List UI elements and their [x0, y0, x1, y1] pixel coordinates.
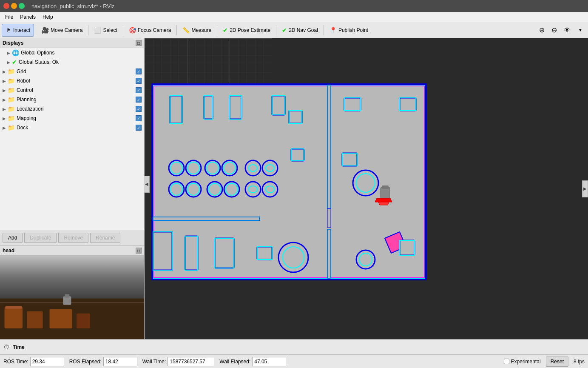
- menu-panels[interactable]: Panels: [17, 13, 39, 21]
- svg-rect-61: [153, 232, 172, 270]
- duplicate-button[interactable]: Duplicate: [24, 233, 57, 243]
- interact-label: Interact: [13, 27, 30, 33]
- svg-rect-63: [185, 236, 198, 270]
- zoom-out-button[interactable]: ⊖: [548, 24, 560, 37]
- wall-elapsed-input[interactable]: [252, 357, 286, 366]
- folder-icon-dock: 📁: [8, 124, 15, 131]
- view-button[interactable]: 👁: [561, 24, 574, 37]
- tree-item-planning[interactable]: ▶ 📁 Planning ✓: [0, 95, 144, 104]
- menu-help[interactable]: Help: [39, 13, 57, 21]
- wall-time-input[interactable]: [168, 357, 214, 366]
- svg-point-37: [245, 160, 261, 176]
- menu-file[interactable]: File: [2, 13, 17, 21]
- displays-buttons: Add Duplicate Remove Rename: [0, 230, 144, 245]
- svg-rect-80: [289, 111, 302, 123]
- svg-rect-53: [344, 98, 361, 111]
- tree-item-grid[interactable]: ▶ 📁 Grid ✓: [0, 67, 144, 76]
- move-camera-tool[interactable]: 🎥 Move Camera: [38, 24, 86, 37]
- svg-rect-27: [272, 96, 285, 115]
- focus-camera-tool[interactable]: 🎯 Focus Camera: [125, 24, 175, 37]
- svg-point-47: [224, 182, 239, 197]
- planning-checkbox[interactable]: ✓: [136, 97, 142, 103]
- robot-checkbox[interactable]: ✓: [136, 78, 142, 84]
- svg-rect-8: [77, 314, 90, 328]
- svg-point-45: [207, 182, 222, 197]
- folder-icon-control: 📁: [8, 87, 15, 94]
- zoom-in-button[interactable]: ⊕: [536, 24, 548, 37]
- measure-icon: 📏: [182, 27, 190, 34]
- localization-checkbox[interactable]: ✓: [136, 106, 142, 112]
- dock-checkbox[interactable]: ✓: [136, 125, 142, 131]
- dock-label: Dock: [17, 125, 134, 131]
- add-button[interactable]: Add: [3, 233, 23, 243]
- select-tool[interactable]: ⬜ Select: [90, 24, 121, 37]
- reset-button[interactable]: Reset: [546, 357, 568, 367]
- ros-time-input[interactable]: [30, 357, 64, 366]
- nav-goal-tool[interactable]: ✔ 2D Nav Goal: [278, 24, 322, 37]
- folder-icon-planning: 📁: [8, 96, 15, 103]
- dropdown-button[interactable]: ▼: [574, 24, 586, 37]
- localization-label: Localization: [17, 106, 134, 112]
- tree-item-global-status[interactable]: ▶ ✔ Global Status: Ok: [0, 57, 144, 67]
- expand-arrow-4: ▶: [3, 79, 6, 83]
- grid-checkbox[interactable]: ✓: [136, 68, 142, 74]
- main-viewport[interactable]: ▶: [145, 38, 588, 339]
- remove-button[interactable]: Remove: [58, 233, 88, 243]
- expand-arrow-6: ▶: [3, 97, 6, 102]
- ros-time-field: ROS Time:: [3, 357, 64, 366]
- minimize-button[interactable]: [11, 3, 17, 9]
- window-controls: [3, 3, 25, 9]
- collapse-left-button[interactable]: ◀: [144, 176, 150, 193]
- tree-item-localization[interactable]: ▶ 📁 Localization ✓: [0, 104, 144, 114]
- svg-rect-17: [327, 85, 331, 208]
- svg-rect-1: [0, 256, 144, 299]
- expand-arrow-2: ▶: [7, 60, 10, 65]
- pose-estimate-label: 2D Pose Estimate: [230, 27, 270, 33]
- head-header: head □: [0, 246, 144, 256]
- collapse-right-button[interactable]: ▶: [582, 180, 588, 197]
- maximize-button[interactable]: [19, 3, 25, 9]
- svg-rect-82: [291, 149, 304, 161]
- tree-item-robot[interactable]: ▶ 📁 Robot ✓: [0, 76, 144, 86]
- svg-rect-19: [327, 230, 331, 279]
- move-camera-label: Move Camera: [51, 27, 82, 33]
- tree-item-dock[interactable]: ▶ 📁 Dock ✓: [0, 123, 144, 132]
- tree-item-control[interactable]: ▶ 📁 Control ✓: [0, 86, 144, 95]
- globe-icon: 🌐: [12, 49, 19, 56]
- svg-rect-25: [230, 96, 241, 119]
- close-button[interactable]: [3, 3, 9, 9]
- experimental-checkbox[interactable]: [504, 359, 509, 364]
- mapping-checkbox[interactable]: ✓: [136, 115, 142, 121]
- svg-point-31: [186, 160, 201, 176]
- head-camera-view: [0, 256, 144, 339]
- expand-arrow: ▶: [7, 51, 10, 55]
- control-checkbox[interactable]: ✓: [136, 87, 142, 93]
- displays-close[interactable]: □: [136, 40, 142, 46]
- svg-point-39: [262, 160, 278, 176]
- experimental-label: Experimental: [511, 359, 541, 365]
- measure-tool[interactable]: 📏 Measure: [179, 24, 215, 37]
- separator-2: [88, 25, 88, 35]
- svg-rect-7: [50, 309, 72, 328]
- ros-time-label: ROS Time:: [3, 359, 28, 365]
- folder-icon-localization: 📁: [8, 106, 15, 112]
- mapping-label: Mapping: [17, 115, 134, 121]
- rename-button[interactable]: Rename: [90, 233, 120, 243]
- svg-rect-5: [6, 306, 22, 309]
- publish-point-tool[interactable]: 📍 Publish Point: [326, 24, 372, 37]
- interact-tool[interactable]: 🖱 Interact: [2, 24, 34, 37]
- pose-estimate-icon: ✔: [223, 27, 228, 34]
- separator-6: [276, 25, 276, 35]
- displays-title: Displays: [3, 40, 23, 46]
- expand-arrow-8: ▶: [3, 116, 6, 121]
- pose-estimate-tool[interactable]: ✔ 2D Pose Estimate: [219, 24, 274, 37]
- svg-point-51: [262, 182, 278, 197]
- tree-item-mapping[interactable]: ▶ 📁 Mapping ✓: [0, 114, 144, 123]
- svg-rect-57: [342, 153, 357, 166]
- head-close[interactable]: □: [136, 248, 142, 254]
- tree-item-global-options[interactable]: ▶ 🌐 Global Options: [0, 48, 144, 57]
- folder-icon-mapping: 📁: [8, 115, 15, 122]
- ros-elapsed-input[interactable]: [103, 357, 137, 366]
- head-title: head: [3, 248, 14, 254]
- select-label: Select: [103, 27, 117, 33]
